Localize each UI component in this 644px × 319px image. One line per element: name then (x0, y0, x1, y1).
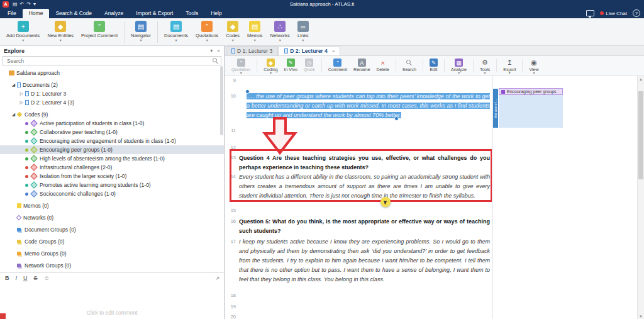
toolbar-separator (396, 59, 396, 72)
panel-close-icon[interactable]: × (217, 48, 220, 53)
highlighted-quotation[interactable]: ..... the use of peer groups where stude… (247, 93, 490, 118)
new-entities-icon: ◆ (55, 21, 66, 32)
toolbar-group: Search (399, 56, 419, 76)
ribbon-project-comment-button[interactable]: ”Project Comment (77, 19, 121, 45)
format-s-button[interactable]: S (34, 275, 38, 281)
paragraph-question[interactable]: Question 5: What do you think, is the mo… (239, 217, 492, 237)
undo-icon[interactable]: ↶ (20, 1, 25, 8)
toolbar-quick-button[interactable]: ◷Quick (301, 56, 318, 76)
tree-item-high-levels-of-absenteeism-among-the-students-1-0[interactable]: High levels of absenteeism among the stu… (0, 154, 224, 163)
toolbar-search-button[interactable]: Search (399, 56, 419, 76)
tree-item-saldana-approach[interactable]: Saldana approach (0, 69, 224, 77)
save-icon[interactable]: ▤ (13, 1, 18, 8)
toolbar-export-button[interactable]: ↥Export▾ (500, 56, 519, 76)
tree-item-socioeconomic-challenges-1-0[interactable]: Socioeconomic challenges (1-0) (0, 189, 224, 198)
paragraph-answer[interactable]: I keep my students active because I know… (239, 237, 492, 291)
tree-item-d-1-lecturer-3[interactable]: ▷D 1: Lecturer 3 (0, 89, 224, 98)
search-input[interactable] (6, 57, 213, 65)
panel-pin-icon[interactable]: ▾ (210, 48, 213, 53)
toolbar-view-button[interactable]: ◉View▾ (526, 56, 541, 76)
format-u-button[interactable]: U (23, 275, 28, 281)
tree-item-encouraging-peer-groups-1-0[interactable]: Encouraging peer groups (1-0) (0, 145, 224, 154)
tree-item-promotes-active-learning-among-students-1-0[interactable]: Promotes active learning among students … (0, 181, 224, 189)
menu-tab-file[interactable]: File (1, 9, 23, 18)
paragraph-answer[interactable]: Every student has a different ability in… (239, 172, 492, 206)
expander-closed-icon[interactable]: ▷ (19, 91, 25, 96)
paragraph-blank (239, 126, 492, 143)
toolbar-edit-button[interactable]: ✎Edit (426, 56, 441, 76)
tree-item-infrastructural-challenges-2-0[interactable]: Infrastructural challenges (2-0) (0, 163, 224, 172)
diamond-icon (17, 112, 22, 117)
ribbon-add-documents-button[interactable]: +Add Documents▾ (3, 19, 43, 45)
tree-item-active-participation-of-students-in-class-1-0[interactable]: Active participation of students in clas… (0, 119, 224, 128)
tree-item-memos-0[interactable]: Memos (0) (0, 201, 224, 210)
toolbar-rename-button[interactable]: ARename (350, 56, 373, 76)
ribbon-quotations-button[interactable]: ”Quotations▾ (192, 19, 222, 45)
scroll-up-icon[interactable]: ▲ (638, 76, 644, 82)
redo-icon[interactable]: ↷ (26, 1, 31, 8)
help-button[interactable]: ? (633, 9, 640, 17)
scroll-down-icon[interactable]: ▼ (638, 313, 644, 319)
ribbon-codes-button[interactable]: ◆Codes▾ (222, 19, 243, 45)
paragraph-blank (239, 206, 492, 217)
ribbon-memos-button[interactable]: ▤Memos▾ (243, 19, 267, 45)
quotation-icon: ” (237, 59, 245, 67)
tree-item-networks-0[interactable]: Networks (0) (0, 213, 224, 222)
tree-item-d-2-lecturer-4-3[interactable]: ▷D 2: Lecturer 4 (3) (0, 98, 224, 107)
document-scrollbar[interactable]: ▲ ▼ (637, 76, 644, 319)
tree-item-isolation-from-the-larger-society-1-0[interactable]: Isolation from the larger society (1-0) (0, 172, 224, 181)
comment-area[interactable]: Click to edit comment (0, 283, 224, 319)
toolbar-delete-button[interactable]: ×Delete (374, 56, 392, 76)
doc-tab-d-2-lecturer-4[interactable]: D 2: Lecturer 4× (279, 46, 340, 55)
tree-item-encouraging-active-engagement-of-students-in-class-1-0[interactable]: Encouraging active engagement of student… (0, 137, 224, 145)
toolbar-quotation-button[interactable]: ”Quotation▾ (228, 56, 253, 76)
expander-open-icon[interactable]: ◢ (11, 82, 16, 87)
menu-tab-search-code[interactable]: Search & Code (49, 9, 98, 18)
expander-open-icon[interactable]: ◢ (11, 112, 16, 117)
quotation-bar[interactable]: the use of ... (493, 89, 498, 128)
close-tab-icon[interactable]: × (332, 48, 335, 54)
line-number: 18 (225, 291, 239, 303)
tree-item-collaborative-peer-teaching-1-0[interactable]: Collaborative peer teaching (1-0) (0, 128, 224, 137)
selection-handle-start[interactable] (245, 89, 250, 94)
ribbon-links-button[interactable]: ∞Links▾ (294, 19, 313, 45)
toolbar-comment-button[interactable]: ”Comment (325, 56, 350, 76)
tree-item-document-groups-0[interactable]: Document Groups (0) (0, 225, 224, 234)
comment-hint: Click to edit comment (0, 310, 224, 316)
document-scrollbar-thumb[interactable] (638, 91, 643, 179)
expander-closed-icon[interactable]: ▷ (19, 100, 25, 105)
search-icon[interactable] (213, 58, 218, 64)
menu-tab-help[interactable]: Help (204, 9, 228, 18)
ribbon-navigator-button[interactable]: ▤Navigator▾ (127, 19, 155, 45)
tree-item-code-groups-0[interactable]: Code Groups (0) (0, 237, 224, 246)
toolbar-coding-button[interactable]: ◆Coding▾ (260, 56, 280, 76)
tree-item-memo-groups-0[interactable]: Memo Groups (0) (0, 249, 224, 258)
tree-item-codes-9[interactable]: ◢Codes (9) (0, 110, 224, 119)
ribbon-documents-button[interactable]: ▤Documents▾ (160, 19, 192, 45)
emoji-icon[interactable]: ☺ (44, 275, 50, 281)
toolbar-in-vivo-button[interactable]: ✎In Vivo (281, 56, 301, 76)
quick-access-caret-icon[interactable]: ▾ (33, 1, 36, 8)
menu-tab-home[interactable]: Home (23, 9, 50, 18)
tree-item-documents-2[interactable]: ◢Documents (2) (0, 81, 224, 89)
presenter-icon[interactable] (586, 10, 594, 16)
tree-item-network-groups-0[interactable]: Network Groups (0) (0, 261, 224, 270)
selection-handle-end[interactable] (394, 116, 399, 121)
ribbon-networks-button[interactable]: ∴Networks▾ (267, 19, 294, 45)
menu-tab-tools[interactable]: Tools (179, 9, 204, 18)
menu-tab-analyze[interactable]: Analyze (98, 9, 130, 18)
explore-scrollbar-thumb[interactable] (220, 66, 223, 135)
margin-code-label[interactable]: Encouraging peer groups (499, 88, 563, 95)
expand-comment-icon[interactable]: ↗ (215, 276, 219, 281)
paragraph-question[interactable]: Question 4 Are these teaching strategies… (239, 154, 492, 172)
paragraph-quote[interactable]: ..... the use of peer groups where stude… (239, 92, 492, 126)
toolbar-tools-button[interactable]: ⚙Tools▾ (477, 56, 493, 76)
live-chat-button[interactable]: Live Chat (600, 11, 627, 16)
toolbar-analyze-button[interactable]: ▦Analyze▾ (448, 56, 470, 76)
format-b-button[interactable]: B (5, 275, 9, 281)
code-color-icon (501, 90, 505, 94)
menu-tab-import-export[interactable]: Import & Export (130, 9, 179, 18)
format-i-button[interactable]: I (16, 275, 18, 281)
doc-tab-d-1-lecturer-3[interactable]: D 1: Lecturer 3 (226, 46, 278, 55)
ribbon-new-entities-button[interactable]: ◆New Entities▾ (43, 19, 77, 45)
